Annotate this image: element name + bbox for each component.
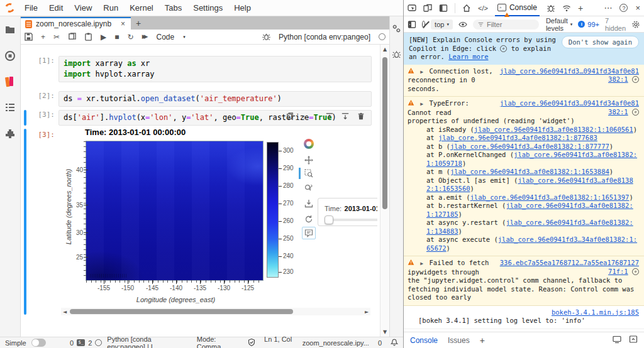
- add-drawer-tab-icon[interactable]: +: [480, 335, 485, 345]
- hidden-messages-count[interactable]: 7 hidden: [605, 17, 626, 32]
- elements-code-icon[interactable]: </>: [478, 4, 488, 12]
- clear-console-icon[interactable]: [422, 21, 425, 28]
- scroll-left-icon[interactable]: ◄: [61, 309, 69, 315]
- extension-manager-icon[interactable]: [4, 128, 16, 139]
- save-icon[interactable]: [25, 33, 33, 41]
- restart-run-all-icon[interactable]: ▶▶: [142, 34, 146, 40]
- table-of-contents-icon[interactable]: [4, 102, 16, 113]
- menu-item[interactable]: File: [19, 1, 43, 15]
- kernel-name[interactable]: Python [conda env:pangeo]: [279, 33, 370, 41]
- vertical-scroll-thumb[interactable]: [382, 57, 387, 209]
- gallery-books-icon[interactable]: [5, 77, 15, 87]
- more-tabs-icon[interactable]: +: [578, 3, 583, 13]
- sources-bug-icon[interactable]: [547, 4, 555, 13]
- learn-more-link[interactable]: Learn more: [448, 53, 488, 60]
- source-link[interactable]: jlab_core.96e0941fd3…af0e81382:1:1651397: [470, 193, 630, 201]
- code-cell[interactable]: import xarray as xrimport hvplot.xarray: [58, 56, 372, 82]
- scroll-right-icon[interactable]: ►: [363, 309, 370, 315]
- cell-type-select[interactable]: Code ▾: [156, 33, 185, 41]
- source-link[interactable]: jlab_core.96e0941fd3…0941fd34af0e81382:1: [500, 99, 639, 116]
- inspect-element-icon[interactable]: [408, 4, 416, 13]
- close-devtools-icon[interactable]: ×: [635, 3, 640, 13]
- menu-item[interactable]: Run: [97, 1, 124, 15]
- notebook-vertical-scrollbar[interactable]: ▲ ▼: [380, 45, 389, 337]
- cast-device-icon[interactable]: [613, 335, 621, 345]
- expand-arrow-icon[interactable]: ▶: [420, 261, 423, 266]
- network-wifi-icon[interactable]: [562, 4, 571, 13]
- source-link[interactable]: jlab_core.96e0941fd3…af0e81382:1:1653884: [450, 168, 609, 175]
- copilot-icon[interactable]: [632, 109, 639, 116]
- hover-tool-icon[interactable]: [302, 227, 316, 239]
- command-mode-text[interactable]: Mode: Comma...: [197, 335, 239, 348]
- code-cell[interactable]: ds['air'].hvplot(x='lon', y='lat', geo=T…: [58, 110, 372, 126]
- drawer-tab-console[interactable]: Console: [410, 336, 438, 345]
- home-welcome-icon[interactable]: [462, 4, 471, 13]
- cell-collapser[interactable]: [24, 110, 26, 126]
- source-link[interactable]: jlab_core.96e0941fd3…4af0e81382:1:877777: [450, 143, 609, 150]
- expand-arrow-icon[interactable]: ▶: [420, 101, 423, 107]
- run-cell-icon[interactable]: ▶: [101, 33, 106, 41]
- live-expression-eye-icon[interactable]: [458, 20, 467, 29]
- horizontal-scroll-thumb[interactable]: [70, 309, 293, 314]
- property-inspector-icon[interactable]: [392, 24, 401, 36]
- insert-cell-below-icon[interactable]: [341, 112, 349, 123]
- simple-mode-toggle[interactable]: [31, 339, 46, 347]
- copilot-icon[interactable]: [632, 76, 639, 83]
- console-sidebar-icon[interactable]: [408, 20, 416, 29]
- menu-item[interactable]: Edit: [43, 1, 69, 15]
- dont-show-again-button[interactable]: Don't show again: [562, 36, 639, 48]
- cut-cells-icon[interactable]: ✂: [53, 33, 60, 41]
- customize-devtools-icon[interactable]: ⋯: [604, 3, 612, 13]
- expand-arrow-icon[interactable]: ▶: [420, 69, 423, 75]
- drawer-tab-issues[interactable]: Issues: [448, 336, 470, 345]
- filter-input[interactable]: [487, 21, 534, 28]
- tab-close-icon[interactable]: ×: [119, 19, 126, 28]
- output-horizontal-scrollbar[interactable]: ◄ ►: [61, 308, 370, 315]
- cursor-position-text[interactable]: Ln 1, Col ...: [264, 335, 294, 348]
- scroll-down-icon[interactable]: ▼: [380, 329, 389, 335]
- insert-cell-icon[interactable]: +: [41, 33, 45, 41]
- menu-item[interactable]: Settings: [187, 1, 228, 15]
- copilot-icon[interactable]: [632, 268, 639, 275]
- wheel-zoom-tool-icon[interactable]: [302, 182, 316, 194]
- running-sessions-icon[interactable]: [4, 50, 16, 62]
- delete-cell-icon[interactable]: [357, 112, 365, 123]
- output-collapser[interactable]: [24, 129, 26, 315]
- paste-cells-icon[interactable]: [84, 33, 92, 41]
- javascript-context-select[interactable]: top ▾: [431, 19, 453, 30]
- expand-panel-icon[interactable]: [629, 335, 638, 345]
- issues-counter[interactable]: i 99+: [578, 21, 599, 28]
- file-browser-icon[interactable]: [4, 24, 16, 35]
- move-cell-up-icon[interactable]: ↑: [302, 112, 306, 123]
- pan-tool-icon[interactable]: [302, 154, 316, 166]
- insert-cell-above-icon[interactable]: [326, 112, 333, 123]
- source-link[interactable]: 336.ebc7a55ea1768712…7a55ea1768712771f:1: [500, 259, 639, 275]
- source-link[interactable]: jlab_core.96e0941fd3…0941fd34af0e81382:1: [500, 67, 639, 84]
- console-settings-gear-icon[interactable]: [631, 20, 640, 29]
- filter-box[interactable]: [473, 19, 539, 30]
- log-levels-select[interactable]: Default levels ▾: [546, 17, 572, 32]
- notebook-tab[interactable]: zoom_norescale.ipynb ×: [21, 17, 131, 30]
- menu-item[interactable]: View: [69, 1, 97, 15]
- device-emulation-icon[interactable]: [423, 4, 432, 13]
- time-slider-track[interactable]: [325, 219, 377, 221]
- console-tab[interactable]: >_ Console: [495, 0, 540, 16]
- source-link[interactable]: jlab_core.96e0941fd3…4af0e81382:1:877683: [438, 134, 597, 141]
- dock-side-icon[interactable]: [439, 4, 448, 13]
- reset-tool-icon[interactable]: [302, 213, 316, 226]
- source-link[interactable]: jlab_core.96e0941fd3…af0e81382:1:1060561: [474, 126, 633, 133]
- duplicate-cell-icon[interactable]: [286, 112, 294, 123]
- move-cell-down-icon[interactable]: ↓: [314, 112, 318, 123]
- restart-kernel-icon[interactable]: ↻: [128, 33, 134, 41]
- menu-item[interactable]: Tabs: [159, 1, 187, 15]
- new-tab-button[interactable]: +: [131, 17, 146, 30]
- debugger-bug-icon[interactable]: [262, 33, 270, 41]
- heatmap-image[interactable]: [86, 141, 263, 280]
- box-zoom-tool-icon[interactable]: [302, 167, 316, 180]
- menu-item[interactable]: Help: [228, 1, 257, 15]
- code-cell[interactable]: ds = xr.tutorial.open_dataset('air_tempe…: [58, 91, 372, 107]
- time-slider-handle[interactable]: [325, 215, 333, 224]
- bell-icon[interactable]: [391, 339, 398, 347]
- kernel-status-text[interactable]: Python [conda env:pangeo] | I...: [107, 335, 187, 348]
- bokeh-logo-icon[interactable]: [302, 138, 316, 150]
